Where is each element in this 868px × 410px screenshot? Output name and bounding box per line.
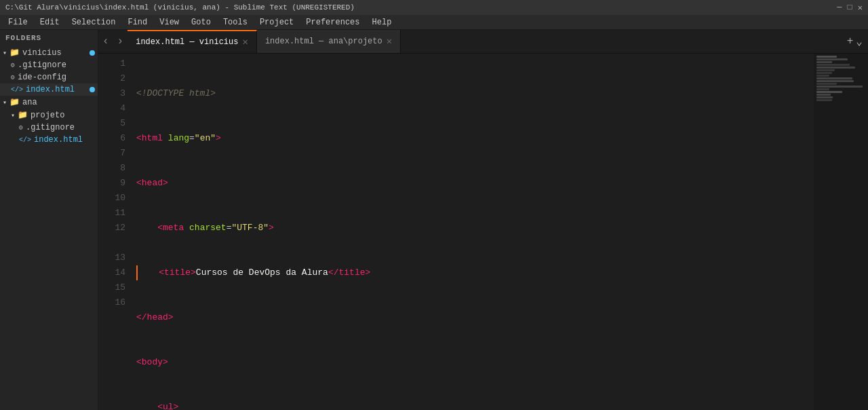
- sidebar-item-ana[interactable]: ▾ 📁 ana: [0, 96, 98, 109]
- folder-open-icon: 📁: [9, 48, 20, 58]
- tab-label: index.html — vinicius: [136, 37, 238, 47]
- new-tab-icon[interactable]: +: [847, 35, 854, 48]
- code-content[interactable]: <!DOCTYPE html> <html lang="en"> <head> …: [131, 54, 814, 410]
- sidebar-header: FOLDERS: [0, 30, 98, 46]
- menu-project[interactable]: Project: [254, 16, 299, 29]
- folder-label: projeto: [31, 111, 64, 120]
- arrow-down-icon: ▾: [3, 49, 7, 57]
- minimap-line: [816, 56, 837, 58]
- menu-file[interactable]: File: [3, 16, 33, 29]
- code-line-2: <html lang="en">: [136, 131, 814, 146]
- minimap-line: [816, 67, 855, 69]
- minimap-line: [816, 96, 833, 98]
- editor-area: ‹ › index.html — vinicius ✕ index.html —…: [98, 30, 868, 410]
- minimap: [814, 54, 868, 410]
- menu-edit[interactable]: Edit: [35, 16, 65, 29]
- minimap-line: [816, 69, 835, 71]
- tab-index-ana[interactable]: index.html — ana\projeto ✕: [257, 30, 401, 53]
- tab-overflow-icon[interactable]: ⌄: [856, 35, 863, 48]
- minimap-line: [816, 88, 829, 90]
- menu-selection[interactable]: Selection: [66, 16, 121, 29]
- minimap-line: [816, 58, 848, 60]
- menu-preferences[interactable]: Preferences: [300, 16, 365, 29]
- main-container: FOLDERS ▾ 📁 vinicius ⚙ .gitignore ⚙ ide-…: [0, 30, 868, 410]
- minimap-line: [816, 94, 831, 96]
- menu-find[interactable]: Find: [122, 16, 153, 29]
- tab-nav-prev[interactable]: ‹: [98, 30, 113, 53]
- minimap-line: [816, 80, 854, 82]
- line-numbers: 1 2 3 4 5 6 7 8 9 10 11 12 12 13 14 15 1…: [98, 54, 131, 410]
- file-label: index.html: [26, 85, 75, 94]
- title-bar: C:\Git Alura\vinicius\index.html (vinici…: [0, 0, 868, 15]
- sidebar-item-vinicius[interactable]: ▾ 📁 vinicius: [0, 46, 98, 59]
- minimap-line: [816, 75, 829, 77]
- sidebar-item-index-vinicius[interactable]: </> index.html: [0, 83, 98, 96]
- menu-help[interactable]: Help: [367, 16, 397, 29]
- file-icon: ⚙: [11, 73, 15, 81]
- minimap-line: [816, 77, 852, 79]
- code-editor[interactable]: 1 2 3 4 5 6 7 8 9 10 11 12 12 13 14 15 1…: [98, 54, 868, 410]
- folder-open-icon: 📁: [9, 97, 20, 107]
- file-label: .gitignore: [18, 60, 66, 70]
- file-icon: ⚙: [11, 61, 15, 69]
- minimap-line: [816, 83, 837, 85]
- tab-actions: + ⌄: [842, 35, 868, 48]
- menu-goto[interactable]: Goto: [186, 16, 216, 29]
- menu-tools[interactable]: Tools: [218, 16, 253, 29]
- sidebar-item-gitignore-ana[interactable]: ⚙ .gitignore: [0, 122, 98, 134]
- sidebar-item-ide-config[interactable]: ⚙ ide-config: [0, 71, 98, 83]
- file-label: index.html: [34, 135, 83, 145]
- sidebar-item-projeto[interactable]: ▾ 📁 projeto: [0, 109, 98, 122]
- file-code-icon: </>: [11, 86, 23, 94]
- code-line-8: <ul>: [136, 400, 814, 410]
- maximize-button[interactable]: □: [848, 3, 852, 13]
- arrow-down-icon: ▾: [3, 98, 7, 107]
- menu-view[interactable]: View: [154, 16, 184, 29]
- tab-label: index.html — ana\projeto: [265, 37, 382, 46]
- file-label: .gitignore: [26, 123, 75, 132]
- code-line-3: <head>: [136, 176, 814, 191]
- tab-nav-next[interactable]: ›: [113, 30, 128, 53]
- file-icon: ⚙: [19, 124, 23, 132]
- code-line-1: <!DOCTYPE html>: [136, 86, 814, 101]
- title-bar-title: C:\Git Alura\vinicius\index.html (vinici…: [5, 3, 355, 12]
- arrow-down-icon: ▾: [11, 111, 15, 119]
- title-bar-controls: ─ □ ✕: [837, 3, 863, 13]
- code-line-4: <meta charset="UTF-8">: [136, 221, 814, 236]
- minimap-line: [816, 86, 863, 88]
- folder-label: vinicius: [22, 48, 62, 58]
- minimap-line: [816, 72, 832, 74]
- tab-index-vinicius[interactable]: index.html — vinicius ✕: [127, 30, 257, 53]
- modified-badge: [90, 87, 95, 92]
- modified-badge: [90, 50, 95, 56]
- minimap-line: [816, 99, 832, 101]
- folder-label: ana: [22, 98, 37, 107]
- folder-open-icon: 📁: [18, 110, 28, 120]
- file-code-icon: </>: [19, 136, 31, 144]
- code-line-5: <title>Cursos de DevOps da Alura</title>: [136, 265, 814, 280]
- minimap-content: [814, 54, 868, 103]
- code-line-7: <body>: [136, 355, 814, 370]
- tab-close-icon[interactable]: ✕: [387, 37, 392, 46]
- tab-bar: ‹ › index.html — vinicius ✕ index.html —…: [98, 30, 868, 54]
- minimap-line: [816, 61, 832, 63]
- close-button[interactable]: ✕: [858, 3, 863, 13]
- sidebar: FOLDERS ▾ 📁 vinicius ⚙ .gitignore ⚙ ide-…: [0, 30, 98, 410]
- tab-close-icon[interactable]: ✕: [242, 37, 248, 47]
- minimap-line: [816, 64, 850, 66]
- file-label: ide-config: [18, 73, 66, 82]
- code-line-6: </head>: [136, 310, 814, 325]
- sidebar-item-gitignore-vinicius[interactable]: ⚙ .gitignore: [0, 59, 98, 71]
- sidebar-item-index-ana[interactable]: </> index.html: [0, 134, 98, 146]
- minimap-line: [816, 91, 842, 93]
- minimize-button[interactable]: ─: [837, 3, 842, 13]
- menu-bar: File Edit Selection Find View Goto Tools…: [0, 15, 868, 30]
